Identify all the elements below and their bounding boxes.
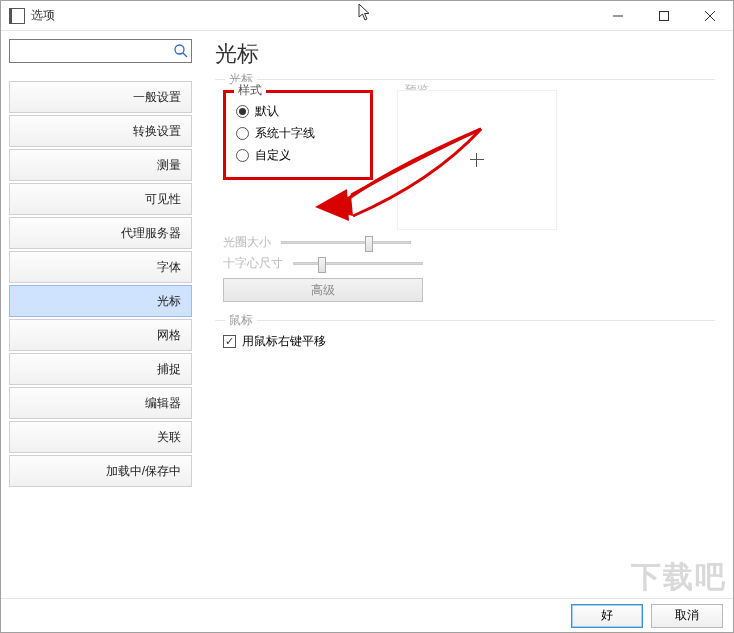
sidebar-item-2[interactable]: 测量 xyxy=(9,149,192,181)
sidebar: 一般设置转换设置测量可见性代理服务器字体光标网格捕捉编辑器关联加载中/保存中 xyxy=(1,31,201,598)
mouse-group-label: 鼠标 xyxy=(225,312,257,329)
sidebar-item-9[interactable]: 编辑器 xyxy=(9,387,192,419)
preview-field: 预览 xyxy=(393,90,707,230)
page-title: 光标 xyxy=(215,39,715,69)
cancel-label: 取消 xyxy=(675,607,699,624)
sidebar-item-8[interactable]: 捕捉 xyxy=(9,353,192,385)
mouse-group: 鼠标 用鼠标右键平移 xyxy=(215,320,715,358)
svg-rect-1 xyxy=(660,12,669,21)
maximize-button[interactable] xyxy=(641,1,687,31)
pan-checkbox-label: 用鼠标右键平移 xyxy=(242,333,326,350)
cursor-group: 光标 样式 默认 系统十字线 xyxy=(215,79,715,310)
footer: 好 取消 xyxy=(1,598,733,632)
aperture-label: 光圈大小 xyxy=(223,234,271,251)
crosshair-icon xyxy=(470,153,484,167)
search-field[interactable] xyxy=(9,39,192,63)
crosshair-size-label: 十字心尺寸 xyxy=(223,255,283,272)
sidebar-item-11[interactable]: 加载中/保存中 xyxy=(9,455,192,487)
ok-button[interactable]: 好 xyxy=(571,604,643,628)
sidebar-item-label: 转换设置 xyxy=(133,123,181,140)
sidebar-item-label: 代理服务器 xyxy=(121,225,181,242)
radio-label: 默认 xyxy=(255,103,279,120)
svg-point-4 xyxy=(175,45,184,54)
sidebar-item-label: 字体 xyxy=(157,259,181,276)
sidebar-item-label: 一般设置 xyxy=(133,89,181,106)
style-fieldset: 样式 默认 系统十字线 自定义 xyxy=(223,90,373,180)
sidebar-item-label: 网格 xyxy=(157,327,181,344)
search-input[interactable] xyxy=(14,41,173,61)
sidebar-item-3[interactable]: 可见性 xyxy=(9,183,192,215)
sidebar-item-label: 测量 xyxy=(157,157,181,174)
radio-label: 系统十字线 xyxy=(255,125,315,142)
sidebar-item-0[interactable]: 一般设置 xyxy=(9,81,192,113)
crosshair-slider-row: 十字心尺寸 xyxy=(223,255,707,272)
slider-thumb[interactable] xyxy=(365,236,373,252)
svg-line-5 xyxy=(183,53,187,57)
cursor-icon xyxy=(358,3,374,23)
sidebar-item-1[interactable]: 转换设置 xyxy=(9,115,192,147)
app-icon xyxy=(9,8,25,24)
sidebar-item-label: 加载中/保存中 xyxy=(106,463,181,480)
slider-thumb[interactable] xyxy=(318,257,326,273)
preview-box xyxy=(397,90,557,230)
sidebar-item-label: 光标 xyxy=(157,293,181,310)
minimize-button[interactable] xyxy=(595,1,641,31)
sidebar-item-4[interactable]: 代理服务器 xyxy=(9,217,192,249)
close-button[interactable] xyxy=(687,1,733,31)
window-title: 选项 xyxy=(31,7,55,24)
aperture-slider[interactable] xyxy=(281,241,411,244)
ok-label: 好 xyxy=(601,607,613,624)
search-icon[interactable] xyxy=(173,43,189,59)
sidebar-item-label: 捕捉 xyxy=(157,361,181,378)
sidebar-item-10[interactable]: 关联 xyxy=(9,421,192,453)
radio-icon xyxy=(236,105,249,118)
radio-icon xyxy=(236,149,249,162)
advanced-button[interactable]: 高级 xyxy=(223,278,423,302)
radio-label: 自定义 xyxy=(255,147,291,164)
main-panel: 光标 光标 样式 默认 系统十字线 xyxy=(201,31,733,598)
radio-custom[interactable]: 自定义 xyxy=(236,145,354,165)
titlebar: 选项 xyxy=(1,1,733,31)
sidebar-item-7[interactable]: 网格 xyxy=(9,319,192,351)
advanced-label: 高级 xyxy=(311,282,335,299)
sidebar-item-label: 关联 xyxy=(157,429,181,446)
cancel-button[interactable]: 取消 xyxy=(651,604,723,628)
sidebar-item-5[interactable]: 字体 xyxy=(9,251,192,283)
sidebar-item-label: 可见性 xyxy=(145,191,181,208)
radio-icon xyxy=(236,127,249,140)
aperture-slider-row: 光圈大小 xyxy=(223,234,707,251)
checkbox-icon xyxy=(223,335,236,348)
sidebar-item-6[interactable]: 光标 xyxy=(9,285,192,317)
pan-checkbox-row[interactable]: 用鼠标右键平移 xyxy=(223,333,707,350)
sidebar-item-label: 编辑器 xyxy=(145,395,181,412)
crosshair-slider[interactable] xyxy=(293,262,423,265)
style-legend: 样式 xyxy=(234,82,266,99)
radio-system-cross[interactable]: 系统十字线 xyxy=(236,123,354,143)
radio-default[interactable]: 默认 xyxy=(236,101,354,121)
